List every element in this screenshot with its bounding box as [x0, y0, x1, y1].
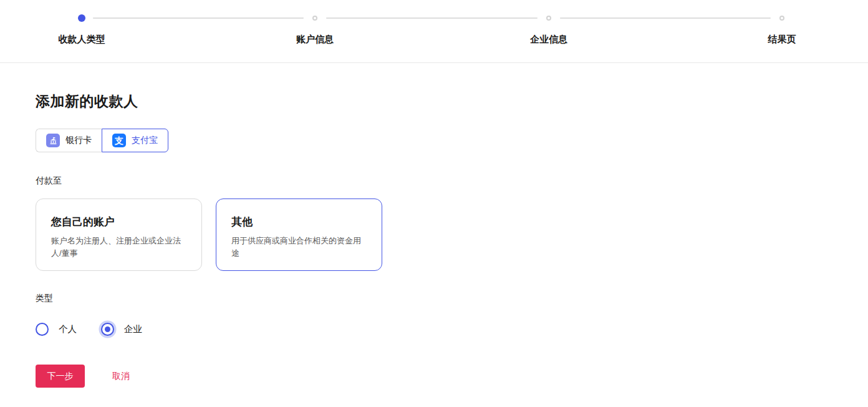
step-account-info: 账户信息	[265, 14, 365, 46]
step-result: 结果页	[732, 14, 832, 46]
option-card-own-account[interactable]: 您自己的账户 账户名为注册人、注册企业或企业法人/董事	[36, 199, 202, 271]
step-payee-type: 收款人类型	[32, 14, 132, 46]
radio-option-personal[interactable]: 个人	[36, 323, 77, 336]
radio-label: 个人	[59, 323, 77, 335]
pay-to-label: 付款至	[36, 175, 868, 187]
tab-label: 银行卡	[65, 135, 92, 146]
alipay-icon: 支	[112, 134, 126, 147]
step-pending-dot-icon	[546, 16, 551, 21]
form-actions: 下一步 取消	[36, 365, 868, 388]
tab-bank-card[interactable]: 银行卡	[36, 129, 102, 152]
card-description: 用于供应商或商业合作相关的资金用途	[231, 235, 367, 260]
radio-option-business[interactable]: 企业	[101, 323, 142, 336]
type-label: 类型	[36, 293, 868, 304]
type-radio-group: 个人 企业	[36, 323, 868, 336]
step-label: 结果页	[768, 34, 796, 46]
radio-label: 企业	[124, 323, 142, 335]
stepper: 收款人类型 账户信息 企业信息 结果页	[0, 0, 868, 63]
card-title: 您自己的账户	[51, 215, 186, 229]
main-content: 添加新的收款人 银行卡 支 支付宝	[0, 92, 868, 388]
radio-selected-icon	[101, 323, 114, 336]
pay-to-options: 您自己的账户 账户名为注册人、注册企业或企业法人/董事 其他 用于供应商或商业合…	[36, 199, 868, 271]
step-indicator	[312, 14, 317, 22]
step-label: 企业信息	[530, 34, 567, 46]
step-indicator	[78, 14, 85, 22]
card-description: 账户名为注册人、注册企业或企业法人/董事	[51, 235, 186, 260]
step-business-info: 企业信息	[499, 14, 599, 46]
add-payee-page: 收款人类型 账户信息 企业信息 结果页 添加新的收款人	[0, 0, 868, 388]
step-label: 收款人类型	[59, 34, 105, 46]
tab-label: 支付宝	[132, 135, 158, 146]
cancel-button[interactable]: 取消	[112, 371, 130, 382]
step-active-dot-icon	[78, 14, 85, 22]
step-label: 账户信息	[296, 34, 334, 46]
tab-alipay[interactable]: 支 支付宝	[102, 129, 168, 152]
step-pending-dot-icon	[312, 16, 317, 21]
page-title: 添加新的收款人	[36, 92, 868, 111]
payment-method-tabs: 银行卡 支 支付宝	[36, 129, 168, 152]
next-button[interactable]: 下一步	[36, 365, 85, 388]
step-indicator	[779, 14, 784, 22]
card-title: 其他	[231, 215, 367, 229]
step-pending-dot-icon	[779, 16, 784, 21]
option-card-other[interactable]: 其他 用于供应商或商业合作相关的资金用途	[216, 199, 382, 271]
step-indicator	[546, 14, 551, 22]
bank-icon	[46, 134, 60, 147]
radio-unselected-icon	[36, 323, 49, 336]
